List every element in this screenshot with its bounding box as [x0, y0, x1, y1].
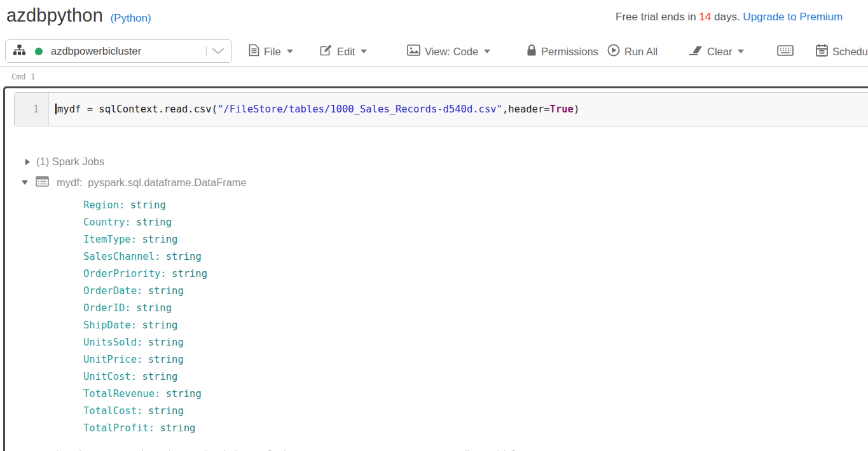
field-name: OrderDate: — [83, 285, 142, 297]
field-name: OrderPriority: — [83, 268, 167, 279]
line-number: 1 — [33, 104, 39, 115]
field-type: string — [142, 371, 177, 382]
caret-down-icon — [361, 50, 367, 53]
schema-field: UnitsSold:string — [83, 334, 542, 351]
code-plain: ) — [574, 104, 579, 115]
field-type: string — [142, 320, 177, 331]
image-icon — [407, 44, 420, 58]
keyboard-icon — [777, 45, 794, 58]
run-all-button[interactable]: Run All — [607, 36, 658, 67]
trial-text-suffix: days. — [711, 11, 743, 23]
field-name: TotalCost: — [83, 405, 142, 417]
schema-field: OrderDate:string — [83, 283, 542, 300]
schedule-label: Schedule — [832, 46, 868, 58]
edit-menu-label: Edit — [337, 46, 355, 58]
field-name: Country: — [83, 217, 131, 228]
field-name: UnitCost: — [83, 371, 137, 382]
caret-down-icon — [738, 50, 744, 53]
caret-down-icon — [287, 50, 293, 53]
permissions-button[interactable]: Permissions — [527, 36, 598, 67]
edit-pencil-icon — [320, 44, 333, 59]
field-type: string — [136, 217, 172, 228]
trial-banner: Free trial ends in 14 days. Upgrade to P… — [616, 11, 843, 24]
view-menu-label: View: Code — [425, 46, 478, 58]
field-name: TotalRevenue: — [83, 388, 160, 400]
permissions-label: Permissions — [541, 46, 598, 58]
notebook-header: azdbpython (Python) — [6, 5, 151, 26]
schema-field: SalesChannel:string — [83, 248, 542, 266]
field-name: Region: — [83, 199, 125, 211]
code-keyword: True — [550, 104, 574, 115]
dataframe-type: pyspark.sql.dataframe.DataFrame — [88, 177, 246, 189]
cell-output: (1) Spark Jobs mydf: pyspark.sql.datafra… — [14, 142, 542, 451]
cluster-status-icon — [35, 48, 43, 55]
field-type: string — [136, 302, 172, 314]
field-name: ShipDate: — [83, 320, 137, 331]
code-editor[interactable]: 1 mydf = sqlContext.read.csv("/FileStore… — [14, 92, 868, 126]
schema-field: OrderPriority:string — [83, 266, 542, 283]
code-string-literal: "/FileStore/tables/1000_Sales_Records-d5… — [217, 104, 502, 115]
caret-down-icon — [484, 50, 490, 53]
schema-field: Country:string — [83, 214, 542, 231]
cmd-label: Cmd 1 — [11, 72, 36, 81]
collapsed-arrow-icon — [25, 159, 30, 165]
calendar-icon — [816, 44, 828, 59]
clear-menu-label: Clear — [707, 46, 732, 58]
field-type: string — [148, 285, 184, 297]
field-type: string — [142, 234, 177, 245]
field-name: ItemType: — [83, 234, 137, 245]
schedule-button[interactable]: Schedule — [816, 36, 868, 67]
schema-field: TotalRevenue:string — [83, 386, 542, 403]
dataframe-expander[interactable]: mydf: pyspark.sql.dataframe.DataFrame — [22, 176, 542, 189]
spark-jobs-expander[interactable]: (1) Spark Jobs — [25, 156, 542, 168]
cluster-name: azdbpowerbicluster — [51, 45, 141, 57]
clear-menu[interactable]: Clear — [689, 36, 744, 67]
schema-field: Region:string — [83, 197, 542, 214]
field-name: UnitPrice: — [83, 354, 142, 365]
line-number-gutter: 1 — [15, 93, 49, 126]
run-all-label: Run All — [624, 46, 658, 58]
schema-field: ItemType:string — [83, 231, 542, 248]
view-menu[interactable]: View: Code — [407, 36, 490, 67]
schema-field: ShipDate:string — [83, 317, 542, 334]
field-type: string — [130, 199, 166, 211]
field-type: string — [166, 251, 202, 262]
notebook-title: azdbpython — [6, 5, 103, 25]
edit-menu[interactable]: Edit — [320, 36, 367, 67]
upgrade-link[interactable]: Upgrade to Premium — [743, 11, 843, 23]
field-name: TotalProfit: — [83, 422, 155, 434]
cluster-selector[interactable]: azdbpowerbicluster — [5, 39, 232, 63]
notebook-cell[interactable]: 1 mydf = sqlContext.read.csv("/FileStore… — [3, 86, 868, 451]
schema-field: TotalCost:string — [83, 403, 542, 420]
field-type: string — [172, 268, 207, 279]
shortcuts-button[interactable] — [777, 36, 794, 67]
run-all-icon — [607, 44, 620, 59]
notebook-language-badge[interactable]: (Python) — [110, 12, 151, 24]
schema-field: TotalProfit:string — [83, 420, 542, 437]
document-icon — [249, 44, 259, 59]
notebook-toolbar: azdbpowerbicluster File Edit View: Code — [0, 36, 868, 67]
field-name: UnitsSold: — [83, 337, 142, 348]
code-plain: ,header= — [502, 104, 550, 115]
field-type: string — [160, 422, 195, 434]
chevron-down-icon — [211, 46, 225, 57]
field-name: SalesChannel: — [83, 251, 160, 262]
spark-jobs-label: (1) Spark Jobs — [36, 156, 104, 168]
divider — [206, 46, 207, 56]
expanded-arrow-icon — [22, 180, 28, 185]
trial-days-count: 14 — [699, 11, 711, 23]
cluster-dropdown-control[interactable] — [206, 46, 225, 57]
schema-field: OrderID:string — [83, 300, 542, 317]
eraser-icon — [689, 46, 703, 58]
dataframe-schema: Region:string Country:string ItemType:st… — [83, 197, 542, 437]
file-menu[interactable]: File — [249, 36, 293, 67]
sitemap-icon — [13, 44, 25, 58]
field-type: string — [166, 388, 202, 400]
field-type: string — [148, 337, 184, 348]
trial-text-prefix: Free trial ends in — [616, 11, 699, 23]
list-icon — [36, 176, 49, 189]
code-line[interactable]: mydf = sqlContext.read.csv("/FileStore/t… — [49, 93, 868, 126]
field-type: string — [148, 405, 184, 417]
field-name: OrderID: — [83, 302, 131, 314]
schema-field: UnitCost:string — [83, 368, 542, 386]
